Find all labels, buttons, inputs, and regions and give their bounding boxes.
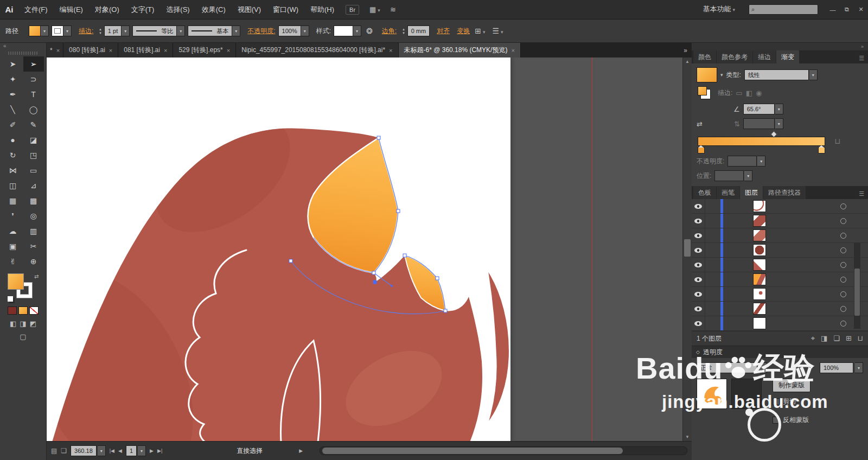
direct-selection-tool[interactable]: ➢ bbox=[23, 56, 44, 72]
search-input[interactable]: ⌕ bbox=[749, 4, 818, 15]
status-folder-icon[interactable]: ❏ bbox=[61, 447, 67, 455]
blob-brush-tool[interactable]: ● bbox=[3, 132, 23, 148]
layer-thumbnail[interactable] bbox=[753, 288, 766, 300]
recolor-artwork-icon[interactable]: ❂ bbox=[364, 27, 375, 35]
tab-pathfinder[interactable]: 路径查找器 bbox=[763, 186, 806, 199]
layer-row[interactable] bbox=[692, 272, 868, 287]
layer-target-icon[interactable] bbox=[840, 291, 846, 297]
layer-target-icon[interactable] bbox=[840, 247, 846, 253]
visibility-eye-icon[interactable] bbox=[692, 302, 705, 316]
vertical-scroll-thumb[interactable] bbox=[684, 239, 691, 257]
fill-swatch[interactable] bbox=[8, 273, 24, 290]
opacity-panel-link[interactable]: 不透明度: bbox=[247, 27, 275, 36]
draw-inside-icon[interactable]: ◩ bbox=[30, 320, 36, 328]
layer-thumbnail[interactable] bbox=[753, 215, 766, 227]
first-artboard-icon[interactable]: |◀ bbox=[110, 448, 114, 453]
screen-mode-icon[interactable]: ▢ bbox=[20, 333, 26, 341]
close-tab-icon[interactable]: × bbox=[164, 47, 167, 54]
tab-stroke[interactable]: 描边 bbox=[753, 50, 776, 63]
document-tab-active[interactable]: 未标题-6* @ 360.18% (CMYK/预览)× bbox=[399, 43, 521, 58]
prev-artboard-icon[interactable]: ◀ bbox=[118, 448, 122, 453]
layer-row[interactable] bbox=[692, 302, 868, 316]
transparency-opacity-field[interactable]: 100% bbox=[820, 362, 853, 373]
mask-thumbnail[interactable] bbox=[731, 379, 762, 409]
layer-target-icon[interactable] bbox=[840, 262, 846, 268]
align-options-icon[interactable]: ⊞▾ bbox=[473, 27, 487, 35]
gradient-type-dropdown[interactable]: 线性 bbox=[744, 69, 809, 80]
layer-row[interactable] bbox=[692, 199, 868, 214]
menu-effect[interactable]: 效果(C) bbox=[196, 0, 232, 19]
chevron-down-icon[interactable]: ▾ bbox=[855, 362, 863, 373]
scroll-left-icon[interactable]: ▶ bbox=[299, 448, 303, 453]
layer-thumbnail[interactable] bbox=[753, 244, 766, 256]
gradient-button[interactable] bbox=[18, 306, 28, 315]
layer-target-icon[interactable] bbox=[840, 203, 846, 209]
visibility-eye-icon[interactable] bbox=[692, 287, 705, 301]
pen-tool[interactable]: ✒ bbox=[3, 87, 23, 102]
chevron-down-icon[interactable]: ▾ bbox=[809, 69, 818, 80]
tab-color[interactable]: 颜色 bbox=[693, 50, 716, 63]
stroke-gradient-along-icon[interactable]: ◧ bbox=[746, 89, 752, 97]
stroke-gradient-within-icon[interactable]: ▭ bbox=[736, 89, 742, 97]
bridge-button[interactable]: Br bbox=[346, 5, 359, 15]
selection-tool[interactable]: ➤ bbox=[3, 56, 23, 72]
layer-target-icon[interactable] bbox=[840, 321, 846, 327]
mesh-tool[interactable]: ▦ bbox=[3, 193, 23, 208]
scale-tool[interactable]: ◳ bbox=[23, 148, 44, 163]
layer-thumbnail[interactable] bbox=[753, 259, 766, 271]
document-tab-partial[interactable]: *× bbox=[47, 43, 63, 58]
document-tab[interactable]: 081 [转换].ai× bbox=[118, 43, 173, 58]
opacity-field[interactable]: 100% bbox=[278, 25, 301, 36]
rotate-tool[interactable]: ↻ bbox=[3, 148, 23, 163]
layer-thumbnail[interactable] bbox=[753, 229, 766, 241]
layer-target-icon[interactable] bbox=[840, 306, 846, 312]
cs-live-icon[interactable]: ≋ bbox=[385, 5, 401, 14]
corner-stepper[interactable]: ▴▾ bbox=[403, 27, 405, 35]
layer-thumbnail[interactable] bbox=[753, 200, 766, 212]
document-tab[interactable]: 529 [转换].eps*× bbox=[173, 43, 236, 58]
gradient-stop-left[interactable] bbox=[698, 147, 705, 154]
menu-type[interactable]: 文字(T) bbox=[125, 0, 161, 19]
tab-brushes[interactable]: 画笔 bbox=[717, 186, 739, 199]
corner-field[interactable]: 0 mm bbox=[407, 25, 430, 36]
lasso-tool[interactable]: ⊃ bbox=[23, 72, 44, 87]
restore-button[interactable]: ⧉ bbox=[840, 6, 854, 13]
menu-object[interactable]: 对象(O) bbox=[89, 0, 125, 19]
toolbar-collapse-icon[interactable]: « bbox=[0, 43, 46, 51]
gradient-fill-stroke-mini[interactable] bbox=[698, 86, 707, 95]
stroke-panel-link[interactable]: 描边: bbox=[79, 27, 93, 36]
menu-select[interactable]: 选择(S) bbox=[160, 0, 195, 19]
eyedropper-tool[interactable]: ❜ bbox=[3, 208, 23, 223]
chevron-down-icon[interactable]: ▾ bbox=[720, 72, 723, 78]
swap-fill-stroke-icon[interactable]: ⇄ bbox=[34, 273, 39, 279]
minimize-button[interactable]: — bbox=[826, 7, 840, 13]
width-tool[interactable]: ⋈ bbox=[3, 163, 23, 178]
chevron-down-icon[interactable]: ▾ bbox=[301, 25, 309, 36]
layer-thumbnail[interactable] bbox=[753, 317, 766, 329]
zoom-field[interactable]: 360.18 bbox=[71, 445, 97, 456]
visibility-eye-icon[interactable] bbox=[692, 272, 705, 286]
reverse-gradient-icon[interactable]: ⇄ bbox=[697, 120, 703, 128]
new-layer-icon[interactable]: ⊞ bbox=[846, 334, 852, 343]
visibility-eye-icon[interactable] bbox=[692, 258, 705, 272]
visibility-eye-icon[interactable] bbox=[692, 214, 705, 228]
close-tab-icon[interactable]: × bbox=[109, 47, 112, 54]
visibility-eye-icon[interactable] bbox=[692, 228, 705, 242]
column-graph-tool[interactable]: ▥ bbox=[23, 223, 44, 239]
draw-normal-icon[interactable]: ◧ bbox=[10, 320, 16, 328]
line-tool[interactable]: ╲ bbox=[3, 102, 23, 117]
layers-scrollbar[interactable] bbox=[854, 242, 860, 329]
hand-tool[interactable]: ✌ bbox=[3, 254, 23, 269]
close-tab-icon[interactable]: × bbox=[227, 47, 230, 54]
transform-panel-link[interactable]: 变换 bbox=[457, 27, 470, 36]
tab-overflow-icon[interactable]: » bbox=[679, 43, 692, 58]
gradient-tool[interactable]: ▩ bbox=[23, 193, 44, 208]
make-mask-button[interactable]: 制作蒙版 bbox=[773, 379, 810, 392]
tab-swatches[interactable]: 色板 bbox=[693, 186, 716, 199]
symbol-sprayer-tool[interactable]: ☁ bbox=[3, 223, 23, 239]
tab-gradient[interactable]: 渐变 bbox=[776, 50, 799, 63]
chevron-down-icon[interactable]: ▾ bbox=[759, 362, 767, 373]
layer-target-icon[interactable] bbox=[840, 277, 846, 283]
stroke-profile-dropdown[interactable]: 等比 bbox=[132, 25, 177, 36]
invert-mask-checkbox[interactable] bbox=[773, 417, 780, 424]
